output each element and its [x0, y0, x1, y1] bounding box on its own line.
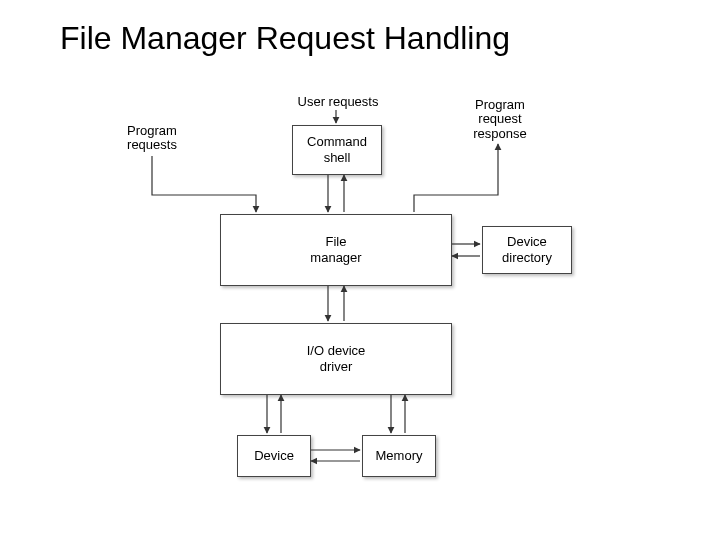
arrow-program-requests-in [152, 156, 256, 212]
diagram: Programrequests User requests Programreq… [0, 0, 720, 540]
arrow-program-response-out [414, 144, 498, 212]
connectors [0, 0, 720, 540]
